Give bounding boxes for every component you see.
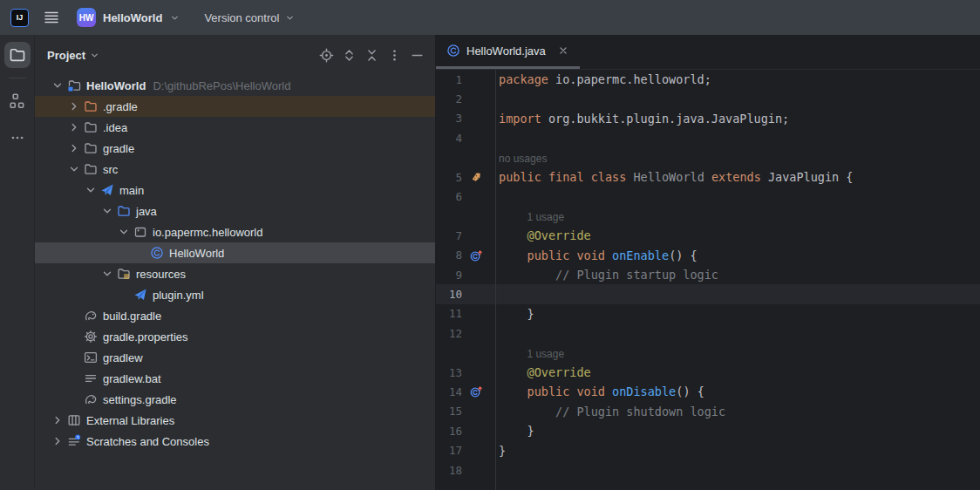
code-line-17[interactable]: 17} <box>436 440 980 459</box>
code-text[interactable]: } <box>495 444 980 458</box>
select-opened-file-button[interactable] <box>315 44 337 66</box>
chevron-down-icon[interactable] <box>99 204 116 218</box>
inlay-hint[interactable]: no usages <box>495 151 980 165</box>
gutter[interactable]: 2 <box>436 92 495 105</box>
project-widget[interactable]: HW HelloWorld <box>77 8 180 27</box>
code-line-3[interactable]: 3import org.bukkit.plugin.java.JavaPlugi… <box>436 109 980 128</box>
tree-item-main[interactable]: main <box>35 180 435 201</box>
inlay-hint-text[interactable]: 1 usage <box>527 211 564 223</box>
overriding-method-icon[interactable] <box>466 385 487 398</box>
tree-item-gradle[interactable]: gradle <box>35 138 435 159</box>
gutter[interactable]: 8 <box>436 248 495 262</box>
chevron-down-icon[interactable] <box>49 78 66 92</box>
code-text[interactable]: // Plugin startup logic <box>495 268 980 282</box>
gutter[interactable]: 17 <box>436 444 495 457</box>
code-editor[interactable]: 1package io.papermc.helloworld;23import … <box>436 70 980 490</box>
gutter[interactable]: 18 <box>436 464 495 477</box>
code-line-2[interactable]: 2 <box>436 89 980 108</box>
inlay-hint[interactable]: 1 usage <box>495 209 980 223</box>
overriding-method-icon[interactable] <box>466 248 487 262</box>
chevron-right-icon[interactable] <box>49 413 66 427</box>
tree-item-build-gradle[interactable]: build.gradle <box>35 305 435 326</box>
inlay-hint[interactable]: 1 usage <box>495 346 980 360</box>
gutter[interactable]: 1 <box>436 73 495 86</box>
gutter[interactable]: 12 <box>436 327 495 340</box>
main-menu-button[interactable] <box>44 10 59 24</box>
code-line-7[interactable]: 7 @Override <box>436 226 980 245</box>
inlay-hint-text[interactable]: 1 usage <box>527 348 564 360</box>
more-tool-windows-button[interactable] <box>4 125 31 151</box>
chevron-right-icon[interactable] <box>65 120 83 134</box>
tree-item-helloworld[interactable]: HelloWorldD:\githubRePos\HelloWorld <box>35 75 435 96</box>
panel-options-button[interactable] <box>383 44 405 66</box>
tree-item-src[interactable]: src <box>35 159 435 180</box>
chevron-down-icon[interactable] <box>99 267 116 281</box>
tree-item-helloworld[interactable]: HelloWorld <box>35 242 435 263</box>
tree-item-scratches-and-consoles[interactable]: Scratches and Consoles <box>35 431 435 452</box>
tree-item-java[interactable]: java <box>35 201 435 221</box>
gutter[interactable]: 9 <box>436 269 495 282</box>
code-text[interactable]: } <box>495 307 980 321</box>
code-text[interactable]: @Override <box>495 228 980 242</box>
minecraft-plugin-icon[interactable] <box>466 171 487 183</box>
gutter[interactable]: 4 <box>436 132 495 145</box>
code-line-16[interactable]: 16 } <box>436 421 980 440</box>
code-text[interactable]: import org.bukkit.plugin.java.JavaPlugin… <box>495 112 980 126</box>
code-text[interactable]: public final class HelloWorld extends Ja… <box>495 170 980 184</box>
tree-item-gradlew[interactable]: gradlew <box>35 347 435 368</box>
gutter[interactable]: 6 <box>436 190 495 203</box>
code-line-13[interactable]: 13 @Override <box>436 363 980 382</box>
gutter[interactable]: 11 <box>436 307 495 320</box>
tree-item-resources[interactable]: resources <box>35 263 435 284</box>
tree-item-gradlew-bat[interactable]: gradlew.bat <box>35 368 435 389</box>
code-line-12[interactable]: 12 <box>436 323 980 343</box>
code-line-1[interactable]: 1package io.papermc.helloworld; <box>436 70 980 89</box>
expand-all-button[interactable] <box>337 44 360 66</box>
gutter[interactable]: 15 <box>436 405 495 418</box>
code-line-5[interactable]: 5public final class HelloWorld extends J… <box>436 167 980 187</box>
tree-item-gradle-properties[interactable]: gradle.properties <box>35 326 435 347</box>
gutter[interactable]: 5 <box>436 171 495 184</box>
code-line-14[interactable]: 14 public void onDisable() { <box>436 382 980 401</box>
tree-item-gradle[interactable]: .gradle <box>35 96 435 117</box>
gutter[interactable]: 13 <box>436 366 495 379</box>
code-line-11[interactable]: 11 } <box>436 304 980 323</box>
code-line-10[interactable]: 10 <box>436 284 980 303</box>
code-text[interactable]: @Override <box>495 365 980 379</box>
code-line-6[interactable]: 6 <box>436 187 980 206</box>
code-text[interactable]: // Plugin shutdown logic <box>495 405 980 419</box>
chevron-right-icon[interactable] <box>65 99 83 113</box>
project-tool-window-button[interactable] <box>4 42 31 68</box>
code-line-15[interactable]: 15 // Plugin shutdown logic <box>436 402 980 421</box>
code-text[interactable]: package io.papermc.helloworld; <box>495 72 980 86</box>
chevron-right-icon[interactable] <box>49 434 66 448</box>
hide-panel-button[interactable] <box>405 44 428 66</box>
code-line-4[interactable]: 4 <box>436 128 980 147</box>
close-tab-icon[interactable] <box>557 44 569 57</box>
tree-item-plugin-yml[interactable]: plugin.yml <box>35 284 435 305</box>
version-control-widget[interactable]: Version control <box>204 11 296 24</box>
project-panel-title[interactable]: Project <box>47 49 100 62</box>
inlay-hint-text[interactable]: no usages <box>499 153 547 165</box>
tree-item-external-libraries[interactable]: External Libraries <box>35 410 435 431</box>
chevron-right-icon[interactable] <box>65 141 83 155</box>
code-text[interactable]: } <box>495 424 980 438</box>
code-line-9[interactable]: 9 // Plugin startup logic <box>436 265 980 284</box>
code-text[interactable]: public void onDisable() { <box>495 385 980 398</box>
gutter[interactable]: 14 <box>436 385 495 398</box>
tab-helloworld-java[interactable]: HelloWorld.java <box>436 35 580 69</box>
inlay-hint-row[interactable]: 1 usage <box>436 343 980 362</box>
tree-item-io-papermc-helloworld[interactable]: io.papermc.helloworld <box>35 221 435 242</box>
chevron-down-icon[interactable] <box>82 183 99 197</box>
inlay-hint-row[interactable]: 1 usage <box>436 207 980 226</box>
code-text[interactable]: public void onEnable() { <box>495 248 980 262</box>
collapse-all-button[interactable] <box>360 44 383 66</box>
code-line-18[interactable]: 18 <box>436 460 980 480</box>
structure-tool-window-button[interactable] <box>4 88 31 114</box>
gutter[interactable]: 3 <box>436 112 495 125</box>
chevron-down-icon[interactable] <box>65 162 83 176</box>
gutter[interactable]: 10 <box>436 288 495 301</box>
inlay-hint-row[interactable]: no usages <box>436 148 980 167</box>
code-line-8[interactable]: 8 public void onEnable() { <box>436 246 980 265</box>
gutter[interactable]: 16 <box>436 425 495 438</box>
